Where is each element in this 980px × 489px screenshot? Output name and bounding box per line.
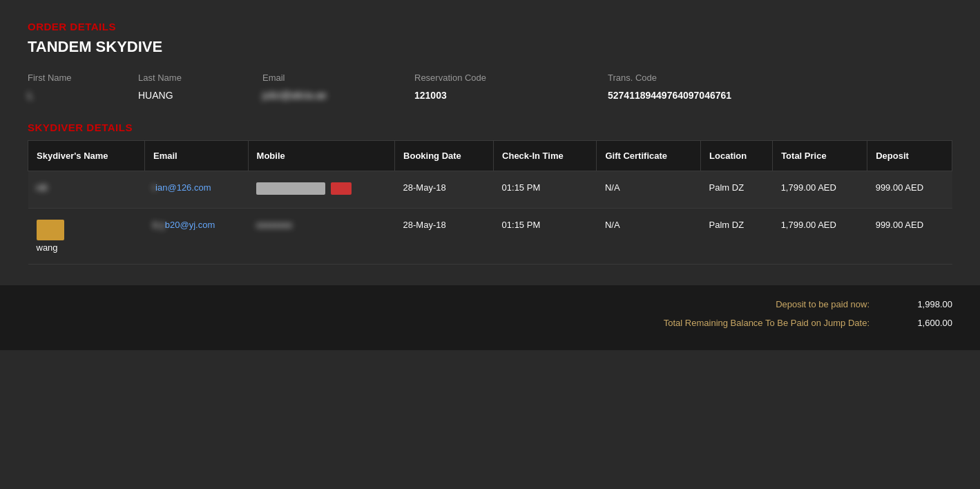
- order-info-grid: First Name L Last Name HUANG Email julic…: [28, 73, 952, 101]
- first-name-value: L: [28, 90, 138, 101]
- first-name-label: First Name: [28, 73, 138, 83]
- cell-location-2: Palm DZ: [701, 209, 773, 265]
- table-header-row: Skydiver's Name Email Mobile Booking Dat…: [28, 141, 952, 171]
- email-value: julici@alicia.ae: [262, 90, 414, 101]
- mobile-red-1: [331, 182, 352, 195]
- deposit-row: Deposit to be paid now: 1,998.00: [28, 299, 952, 309]
- reservation-code-label: Reservation Code: [414, 73, 608, 83]
- cell-name-1: nili: [28, 171, 145, 209]
- footer-section: Deposit to be paid now: 1,998.00 Total R…: [0, 285, 980, 350]
- col-header-location: Location: [701, 141, 773, 171]
- cell-deposit-2: 999.00 AED: [867, 209, 952, 265]
- col-header-name: Skydiver's Name: [28, 141, 145, 171]
- email-blur: julici@alicia.ae: [262, 90, 327, 101]
- col-header-email: Email: [144, 141, 248, 171]
- page-title: TANDEM SKYDIVE: [28, 38, 952, 56]
- table-row: wang b yb20@yj.com xxxxxxxx 28-May-18 01…: [28, 209, 952, 265]
- first-name-col: First Name L: [28, 73, 138, 101]
- cell-booking-date-2: 28-May-18: [395, 209, 494, 265]
- col-header-mobile: Mobile: [248, 141, 394, 171]
- balance-value: 1,600.00: [897, 318, 952, 328]
- cell-email-1: tian@126.com: [144, 171, 248, 209]
- cell-name-2: wang: [28, 209, 145, 265]
- name-blur-1: nili: [37, 182, 48, 193]
- cell-checkin-time-2: 01:15 PM: [494, 209, 597, 265]
- trans-code-value: 52741189449764097046761: [608, 90, 952, 101]
- cell-checkin-time-1: 01:15 PM: [494, 171, 597, 209]
- cell-location-1: Palm DZ: [701, 171, 773, 209]
- balance-row: Total Remaining Balance To Be Paid on Ju…: [28, 318, 952, 328]
- order-details-label: ORDER DETAILS: [28, 21, 952, 32]
- name-value-2: wang: [37, 242, 58, 253]
- email-prefix-blur-2: b y: [153, 220, 164, 230]
- email-label: Email: [262, 73, 414, 83]
- cell-email-2: b yb20@yj.com: [144, 209, 248, 265]
- cell-booking-date-1: 28-May-18: [395, 171, 494, 209]
- deposit-value: 1,998.00: [897, 299, 952, 309]
- email-col: Email julici@alicia.ae: [262, 73, 414, 101]
- email-prefix-blur-1: t: [153, 182, 155, 193]
- email-link-2: b20@yj.com: [165, 220, 215, 230]
- mobile-blur-2: xxxxxxxx: [256, 220, 292, 230]
- col-header-booking-date: Booking Date: [395, 141, 494, 171]
- balance-label: Total Remaining Balance To Be Paid on Ju…: [664, 318, 869, 328]
- page-container: ORDER DETAILS TANDEM SKYDIVE First Name …: [0, 0, 980, 285]
- trans-code-col: Trans. Code 52741189449764097046761: [608, 73, 952, 101]
- deposit-label: Deposit to be paid now:: [776, 299, 869, 309]
- reservation-code-col: Reservation Code 121003: [414, 73, 608, 101]
- table-row: nili tian@126.com 28-May-18 01:15 PM N/A…: [28, 171, 952, 209]
- skydiver-table: Skydiver's Name Email Mobile Booking Dat…: [28, 140, 952, 265]
- col-header-checkin-time: Check-In Time: [494, 141, 597, 171]
- col-header-gift-certificate: Gift Certificate: [597, 141, 701, 171]
- cell-gift-cert-2: N/A: [597, 209, 701, 265]
- cell-mobile-1: [248, 171, 394, 209]
- col-header-deposit: Deposit: [867, 141, 952, 171]
- cell-deposit-1: 999.00 AED: [867, 171, 952, 209]
- last-name-label: Last Name: [138, 73, 262, 83]
- first-name-blur: L: [28, 90, 33, 101]
- cell-gift-cert-1: N/A: [597, 171, 701, 209]
- trans-code-label: Trans. Code: [608, 73, 952, 83]
- cell-mobile-2: xxxxxxxx: [248, 209, 394, 265]
- reservation-code-value: 121003: [414, 90, 608, 101]
- mobile-blur-1: [256, 182, 325, 195]
- last-name-col: Last Name HUANG: [138, 73, 262, 101]
- skydiver-details-label: SKYDIVER DETAILS: [28, 122, 952, 133]
- col-header-total-price: Total Price: [773, 141, 867, 171]
- cell-total-price-2: 1,799.00 AED: [773, 209, 867, 265]
- last-name-value: HUANG: [138, 90, 262, 101]
- avatar-blur-2: [37, 220, 64, 240]
- skydiver-section: SKYDIVER DETAILS Skydiver's Name Email M…: [28, 122, 952, 265]
- email-link-1: ian@126.com: [155, 182, 211, 193]
- cell-total-price-1: 1,799.00 AED: [773, 171, 867, 209]
